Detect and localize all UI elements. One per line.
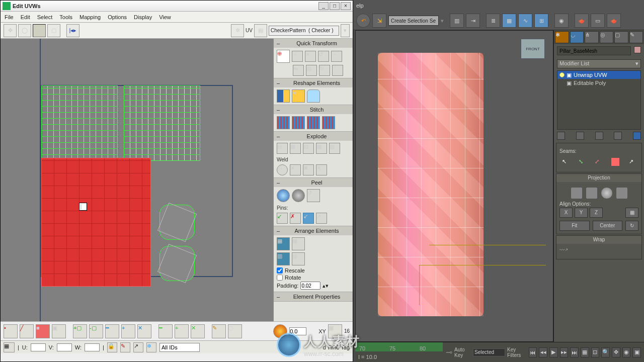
fit-button[interactable]: Fit	[559, 221, 590, 231]
modifier-stack[interactable]: ▣ Unwrap UVW ▣ Editable Poly	[557, 70, 641, 130]
unpin-sel-icon[interactable]: ↗	[316, 213, 327, 224]
stitch-1-icon[interactable]	[277, 116, 290, 129]
stitch-header[interactable]: –Stitch	[274, 105, 353, 114]
pack-rescale-icon[interactable]: ▦	[292, 237, 305, 250]
maximize-icon[interactable]: □	[330, 2, 340, 10]
expand-icon[interactable]: ▣	[567, 80, 572, 86]
projection-header[interactable]: Projection	[556, 174, 641, 182]
show-end-result-icon[interactable]	[576, 132, 584, 140]
reset-icon[interactable]: ↻	[625, 221, 638, 231]
menu-view[interactable]: View	[159, 14, 171, 20]
cylindrical-map-icon[interactable]	[586, 187, 598, 199]
align-center-icon[interactable]: ⊕	[277, 50, 290, 63]
zoom-icon[interactable]: 🔍	[601, 347, 610, 357]
spline-map-icon[interactable]: 〰↗	[559, 247, 568, 253]
modifier-editable-poly[interactable]: ▣ Editable Poly	[557, 79, 640, 87]
spinner-icon[interactable]: ▴▾	[323, 283, 329, 289]
lock-icon[interactable]: 🔒	[107, 342, 117, 352]
unpin-icon[interactable]: ✗	[290, 213, 301, 224]
snow-icon[interactable]: ❄	[146, 342, 156, 352]
minimize-icon[interactable]: _	[318, 2, 329, 10]
auto-key-button[interactable]: Auto Key	[454, 347, 471, 358]
menu-file[interactable]: File	[5, 14, 14, 20]
uv-island-selected[interactable]	[42, 158, 150, 286]
point-to-point-icon[interactable]	[611, 158, 619, 166]
zoom-extents-icon[interactable]: ⊡	[591, 347, 600, 357]
flatten-smooth-icon[interactable]: ▩	[316, 143, 327, 154]
pan-icon[interactable]: ✥	[612, 347, 620, 357]
space-icon[interactable]: ⋮	[332, 65, 343, 76]
selection-set-dropdown[interactable]	[388, 16, 439, 26]
align-v-icon[interactable]: ✕	[305, 51, 316, 62]
loop-icon[interactable]: +	[121, 324, 135, 338]
uv-island-cap-1[interactable]	[159, 205, 195, 240]
element-props-header[interactable]: –Element Properties	[274, 292, 353, 301]
texture-dropdown-arrow-icon[interactable]: ▾	[341, 24, 350, 37]
expand-sel-icon[interactable]: +▢	[73, 324, 87, 338]
close-icon[interactable]: ×	[341, 2, 351, 10]
pick-icon[interactable]: ↗	[133, 342, 143, 352]
explode-header[interactable]: –Explode	[274, 132, 353, 141]
time-tag-label[interactable]: d Time Tag	[323, 344, 350, 350]
uv-island-top-left[interactable]	[42, 86, 117, 160]
straighten-icon[interactable]	[277, 89, 290, 103]
menu-options[interactable]: Options	[108, 14, 127, 20]
linear-icon[interactable]: →	[331, 51, 342, 62]
viewcube[interactable]: FRONT	[521, 39, 545, 59]
pack-normalize-icon[interactable]: ▥	[277, 252, 290, 265]
quick-transform-header[interactable]: –Quick Transform	[274, 39, 353, 48]
weld-target-icon[interactable]: ◎	[277, 164, 288, 175]
texel-icon[interactable]: ▦	[328, 324, 342, 338]
flip-h-icon[interactable]: ⇋	[293, 65, 304, 76]
padding-value[interactable]	[300, 282, 320, 290]
select-island-icon[interactable]: ━	[158, 324, 173, 338]
curve-editor-icon[interactable]: ∿	[518, 14, 532, 28]
make-unique-icon[interactable]	[595, 132, 603, 140]
options-icon[interactable]: ✲	[231, 24, 244, 37]
reshape-header[interactable]: –Reshape Elements	[274, 78, 353, 87]
align-normal-icon[interactable]: ▦	[625, 208, 638, 218]
next-frame-icon[interactable]: ▸▸	[560, 347, 569, 357]
menu-select[interactable]: Select	[37, 14, 53, 20]
mirror-h-icon[interactable]: |◂▸	[66, 24, 79, 37]
time-config-icon[interactable]: ▦	[581, 347, 589, 357]
menu-tools[interactable]: Tools	[59, 14, 72, 20]
flatten-matid-icon[interactable]: ▧	[329, 143, 340, 154]
goto-end-icon[interactable]: ⏭	[570, 347, 579, 357]
prev-frame-icon[interactable]: ◂◂	[539, 347, 547, 357]
configure-sets-icon[interactable]	[633, 132, 641, 140]
display-tab-icon[interactable]: ▢	[614, 31, 628, 43]
render-setup-icon[interactable]: 🫖	[575, 14, 589, 28]
perspective-viewport[interactable]: FRONT	[355, 30, 553, 342]
utilities-tab-icon[interactable]: ✎	[629, 31, 643, 43]
uv-island-top-right[interactable]	[124, 86, 200, 160]
key-lock-icon[interactable]: ⊸	[446, 347, 452, 357]
align-y-button[interactable]: Y	[575, 208, 588, 218]
key-mode-dropdown[interactable]	[473, 348, 505, 356]
select-inverted-icon[interactable]: +	[175, 324, 189, 338]
dropdown-arrow-icon[interactable]: ▾	[441, 18, 444, 24]
freeform-icon[interactable]: ▢	[47, 24, 60, 37]
play-icon[interactable]: ▶	[549, 347, 558, 357]
texture-dropdown[interactable]	[269, 26, 339, 36]
relax2-icon[interactable]	[307, 89, 320, 103]
modifier-unwrap-uvw[interactable]: ▣ Unwrap UVW	[557, 71, 640, 79]
menu-edit[interactable]: Edit	[21, 14, 30, 20]
material-editor-icon[interactable]: ◉	[554, 14, 569, 28]
element-mode-icon[interactable]: ▣	[52, 324, 66, 338]
stitch-4-icon[interactable]	[322, 116, 335, 129]
w-value[interactable]	[85, 343, 100, 351]
menu-display[interactable]: Display	[134, 14, 152, 20]
select-overlap-icon[interactable]: ✕	[191, 324, 205, 338]
edit-uvw-titlebar[interactable]: Edit UVWs _ □ ×	[1, 1, 353, 12]
goto-start-icon[interactable]: ⏮	[529, 347, 537, 357]
shrink-sel-icon[interactable]: -▢	[89, 324, 103, 338]
stitch-2-icon[interactable]	[292, 116, 305, 129]
weld-all-icon[interactable]: ✖	[303, 164, 314, 175]
modifier-list-dropdown[interactable]: Modifier List ▾	[557, 59, 641, 68]
menu-mapping[interactable]: Mapping	[79, 14, 101, 20]
orbit-icon[interactable]: ◉	[622, 347, 631, 357]
uv-island-cap-2[interactable]	[159, 246, 195, 281]
flip-v-icon[interactable]: ▨	[306, 65, 317, 76]
align-h-icon[interactable]: ↔	[292, 51, 303, 62]
